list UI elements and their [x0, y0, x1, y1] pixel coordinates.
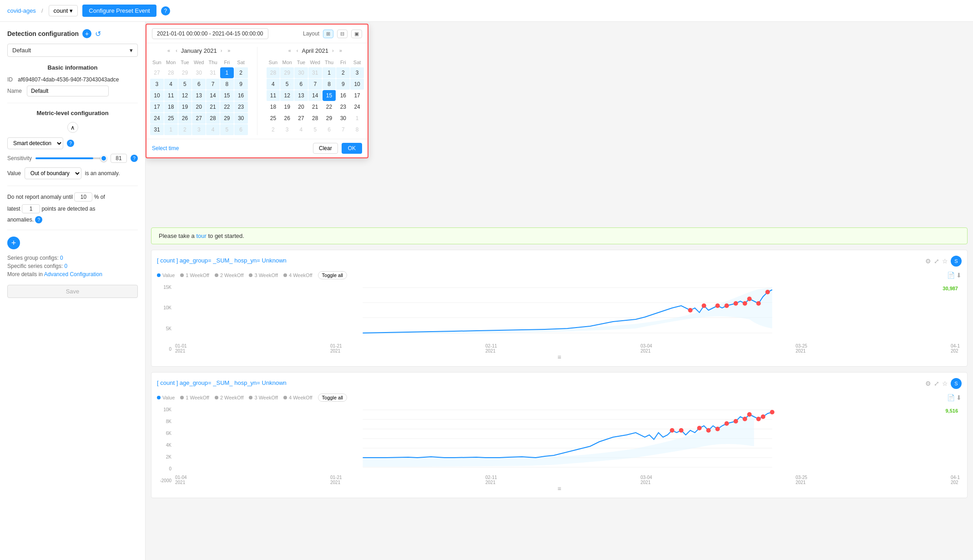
cal-day[interactable]: 2 [178, 124, 192, 135]
cal-day[interactable]: 10 [350, 79, 364, 90]
chart-1-expand-icon[interactable]: ⤢ [934, 257, 939, 265]
cal-day[interactable]: 6 [294, 79, 308, 90]
series-group-link[interactable]: 0 [60, 255, 63, 261]
preset-dropdown[interactable]: Default ▾ [7, 44, 138, 57]
app-link[interactable]: covid-ages [7, 7, 36, 14]
chart-1-doc-icon[interactable]: 📄 [947, 272, 955, 279]
detection-method-select[interactable]: Smart detection [7, 137, 63, 149]
cal-day[interactable]: 25 [267, 113, 280, 124]
cal-day[interactable]: 22 [220, 101, 234, 112]
cal-day-15-selected[interactable]: 15 [323, 90, 336, 101]
cal-day[interactable]: 3 [350, 67, 364, 78]
cal-day-1-selected[interactable]: 1 [220, 67, 234, 78]
cal-day[interactable]: 3 [280, 124, 294, 135]
cal-day[interactable]: 7 [308, 79, 322, 90]
cal-day[interactable]: 2 [336, 67, 350, 78]
cal-day[interactable]: 27 [150, 67, 164, 78]
cal-day[interactable]: 9 [336, 79, 350, 90]
ok-button[interactable]: OK [342, 143, 362, 154]
left-prev-year[interactable]: « [166, 47, 172, 54]
cal-day[interactable]: 2 [267, 124, 280, 135]
chart-2-settings-icon[interactable]: ⚙ [925, 380, 931, 387]
cal-day[interactable]: 15 [220, 90, 234, 101]
cal-day[interactable]: 26 [178, 113, 192, 124]
cal-day[interactable]: 10 [150, 90, 164, 101]
right-next-year[interactable]: » [338, 47, 344, 54]
collapse-button[interactable]: ∧ [67, 122, 78, 133]
cal-day[interactable]: 23 [234, 101, 248, 112]
cal-day[interactable]: 20 [192, 101, 206, 112]
cal-day[interactable]: 14 [206, 90, 220, 101]
cal-day[interactable]: 8 [323, 79, 336, 90]
sensitivity-slider[interactable] [35, 157, 107, 159]
cal-day[interactable]: 29 [280, 67, 294, 78]
chart-1-settings-icon[interactable]: ⚙ [925, 257, 931, 265]
cal-day[interactable]: 5 [178, 79, 192, 90]
right-next-month[interactable]: › [330, 47, 336, 54]
cal-day[interactable]: 13 [294, 90, 308, 101]
tour-link[interactable]: tour [196, 232, 206, 239]
cal-day[interactable]: 23 [336, 101, 350, 112]
cal-day[interactable]: 16 [336, 90, 350, 101]
chart-2-doc-icon[interactable]: 📄 [947, 394, 955, 401]
cal-day[interactable]: 30 [234, 113, 248, 124]
configure-preset-button[interactable]: Configure Preset Event [82, 5, 156, 17]
chart-2-expand-icon[interactable]: ⤢ [934, 380, 939, 387]
cal-day[interactable]: 29 [323, 113, 336, 124]
cal-day[interactable]: 5 [220, 124, 234, 135]
cal-day[interactable]: 28 [267, 67, 280, 78]
advanced-config-link[interactable]: Advanced Configuration [44, 271, 102, 277]
add-detection-config-button[interactable]: + [82, 29, 91, 38]
cal-day[interactable]: 9 [234, 79, 248, 90]
anomalies-help-icon[interactable]: ? [35, 216, 42, 223]
cal-day[interactable]: 28 [206, 113, 220, 124]
cal-day[interactable]: 1 [350, 113, 364, 124]
cal-day[interactable]: 30 [294, 67, 308, 78]
clear-button[interactable]: Clear [313, 143, 338, 154]
cal-day[interactable]: 13 [192, 90, 206, 101]
right-prev-year[interactable]: « [287, 47, 293, 54]
cal-day[interactable]: 7 [206, 79, 220, 90]
chart-2-star-icon[interactable]: ☆ [942, 380, 948, 387]
name-input[interactable] [27, 86, 109, 96]
toggle-all-button-2[interactable]: Toggle all [318, 394, 347, 402]
toggle-all-button-1[interactable]: Toggle all [318, 271, 347, 279]
left-prev-month[interactable]: ‹ [174, 47, 179, 54]
cal-day[interactable]: 29 [220, 113, 234, 124]
layout-btn-3[interactable]: ▣ [351, 30, 362, 38]
add-series-button[interactable]: + [7, 237, 20, 249]
cal-day[interactable]: 11 [164, 90, 178, 101]
cal-day[interactable]: 16 [234, 90, 248, 101]
cal-day[interactable]: 11 [267, 90, 280, 101]
detection-help-icon[interactable]: ? [67, 140, 74, 147]
cal-day[interactable]: 27 [192, 113, 206, 124]
cal-day[interactable]: 21 [206, 101, 220, 112]
cal-day[interactable]: 2 [234, 67, 248, 78]
select-time-link[interactable]: Select time [152, 145, 179, 151]
cal-day[interactable]: 4 [206, 124, 220, 135]
history-button[interactable]: ↺ [95, 30, 101, 38]
cal-day[interactable]: 31 [206, 67, 220, 78]
cal-day[interactable]: 18 [164, 101, 178, 112]
cal-day[interactable]: 31 [308, 67, 322, 78]
cal-day[interactable]: 4 [164, 79, 178, 90]
cal-day[interactable]: 25 [164, 113, 178, 124]
chart-1-star-icon[interactable]: ☆ [942, 257, 948, 265]
cal-day[interactable]: 18 [267, 101, 280, 112]
sensitivity-help-icon[interactable]: ? [131, 155, 138, 162]
cal-day[interactable]: 17 [150, 101, 164, 112]
cal-day[interactable]: 8 [220, 79, 234, 90]
cal-day[interactable]: 17 [350, 90, 364, 101]
cal-day[interactable]: 20 [294, 101, 308, 112]
cal-day[interactable]: 1 [164, 124, 178, 135]
cal-day[interactable]: 4 [294, 124, 308, 135]
cal-day[interactable]: 8 [350, 124, 364, 135]
cal-day[interactable]: 3 [192, 124, 206, 135]
cal-day[interactable]: 6 [323, 124, 336, 135]
metric-dropdown[interactable]: count ▾ [49, 5, 78, 16]
value-select[interactable]: Out of boundary [25, 167, 81, 179]
specific-series-link[interactable]: 0 [64, 263, 67, 269]
cal-day[interactable]: 12 [280, 90, 294, 101]
layout-btn-1[interactable]: ⊞ [323, 30, 333, 38]
cal-day[interactable]: 22 [323, 101, 336, 112]
